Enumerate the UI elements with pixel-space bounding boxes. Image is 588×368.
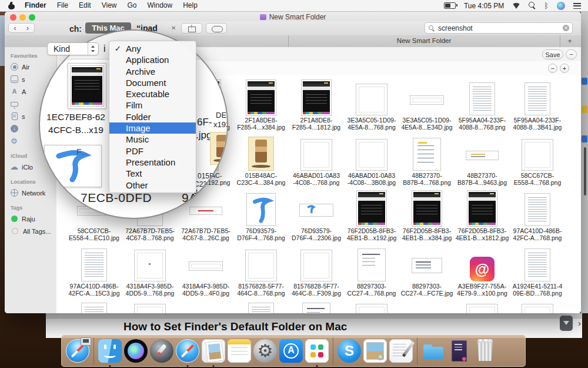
file-item[interactable]: 76F2D05B-8FB3-4EB1-B...x192.jpg: [344, 188, 399, 241]
file-item[interactable]: 46ABAD01-0A83-4C08-...768.png: [289, 133, 344, 186]
file-item[interactable]: 46ABAD01-0A83-4C08-...3B08.jpg: [344, 133, 399, 186]
remove-search-button[interactable]: −: [566, 49, 577, 59]
dock-item-notes[interactable]: [228, 339, 251, 363]
menu-item-text[interactable]: Text: [109, 168, 196, 179]
menu-app-name[interactable]: Finder: [19, 0, 52, 11]
dock-item-document-stack[interactable]: [447, 339, 471, 363]
menu-item-any[interactable]: ✓Any: [109, 43, 196, 54]
sidebar-item-Raju[interactable]: Raju: [5, 213, 56, 225]
share-button[interactable]: [181, 23, 202, 34]
file-item[interactable]: 81576828-5F77-464C-8...768.png: [233, 244, 289, 297]
file-item[interactable]: [178, 298, 233, 313]
file-item[interactable]: 48B27370-B87B-4...9463.jpg: [455, 133, 510, 186]
menu-item-other[interactable]: Other: [109, 180, 196, 191]
dock-item-documents-folder[interactable]: [422, 339, 445, 363]
menu-item-view[interactable]: View: [96, 0, 122, 11]
file-item[interactable]: [399, 298, 455, 313]
file-item[interactable]: 2F1A8DE8-F285-4...1812.jpg: [289, 78, 344, 131]
menu-item-archive[interactable]: Archive: [109, 66, 196, 77]
menu-item-executable[interactable]: Executable: [109, 88, 196, 100]
menu-item-presentation[interactable]: Presentation: [109, 157, 196, 168]
file-item[interactable]: 88297303-CC27-4...768.png: [344, 244, 399, 297]
forward-button[interactable]: ›: [21, 23, 35, 33]
apple-menu-icon[interactable]: [8, 2, 15, 9]
dock-item-siri[interactable]: [124, 339, 148, 363]
dock-item-skype[interactable]: [338, 339, 361, 363]
file-item[interactable]: 5F95AA04-233F-4088-8...3B41.jpg: [510, 78, 565, 131]
file-item[interactable]: 81576828-5F77-464C-8...F309.jpg: [289, 244, 344, 297]
file-item[interactable]: 76F2D05B-8FB3-4EB1-B...x384.jpg: [399, 188, 455, 241]
menu-item-application[interactable]: Application: [109, 54, 196, 65]
dock-item-textedit[interactable]: [389, 339, 413, 363]
file-item[interactable]: 015B48AC-C23C-4...384.png: [233, 133, 289, 186]
dock-item-finder[interactable]: [98, 339, 122, 363]
menu-item-window[interactable]: Window: [142, 0, 178, 11]
menu-item-image[interactable]: Image: [109, 122, 196, 134]
scrollbar[interactable]: [584, 147, 586, 195]
file-item[interactable]: 76D93579-D76F-4...2306.jpg: [289, 188, 344, 241]
desktop-file-icon[interactable]: [582, 106, 587, 113]
tab-new-smart-folder[interactable]: New Smart Folder: [288, 37, 560, 44]
file-item[interactable]: 4318A4F3-985D-4DD5-9...768.png: [122, 244, 178, 297]
menu-item-help[interactable]: Help: [178, 0, 203, 11]
battery-icon[interactable]: [444, 2, 456, 9]
bluetooth-icon[interactable]: ᛒ: [544, 2, 549, 9]
back-button[interactable]: ‹: [8, 23, 22, 33]
kind-filter-select[interactable]: Kind: [47, 42, 99, 55]
dock-item-system-preferences[interactable]: [253, 339, 277, 363]
spotlight-icon[interactable]: [529, 2, 536, 9]
file-item[interactable]: 3E3A5C05-1D09-4E5A-8...768.png: [344, 78, 399, 131]
menu-item-music[interactable]: Music: [109, 134, 196, 145]
siri-icon[interactable]: [557, 2, 565, 10]
desktop-file-icon[interactable]: [582, 78, 587, 85]
sidebar-item-Network[interactable]: Network: [5, 187, 56, 199]
menu-item-go[interactable]: Go: [122, 0, 142, 11]
new-tab-button[interactable]: +: [563, 37, 576, 46]
file-item[interactable]: [455, 298, 510, 313]
tag-button[interactable]: [206, 23, 227, 34]
file-item[interactable]: [289, 298, 344, 313]
file-item[interactable]: 76D93579-D76F-4...768.png: [233, 188, 289, 241]
file-item[interactable]: 5F95AA04-233F-4088-8...768.png: [455, 78, 510, 131]
file-item[interactable]: 97AC410D-486B-42FC-A...15C3.jpg: [66, 244, 122, 297]
file-item[interactable]: 76F2D05B-8FB3-4EB1-B...x1812.jpg: [455, 188, 510, 241]
dock-item-safari-screen[interactable]: [66, 339, 89, 363]
desktop-file-icon[interactable]: [582, 135, 587, 142]
dock-item-launchpad[interactable]: [150, 339, 173, 363]
file-item[interactable]: A1924E41-5211-409E-BD...768.png: [510, 244, 565, 297]
file-item[interactable]: [122, 298, 178, 313]
query-clear-icon[interactable]: ✕: [171, 25, 176, 31]
menu-item-document[interactable]: Document: [109, 77, 196, 88]
menu-item-film[interactable]: Film: [109, 100, 196, 111]
menu-item-edit[interactable]: Edit: [74, 0, 96, 11]
notification-center-icon[interactable]: [573, 3, 581, 9]
clock[interactable]: Tue 4:05 PM: [464, 2, 504, 10]
file-item[interactable]: [344, 298, 399, 313]
dock-item-safari[interactable]: [176, 339, 199, 363]
file-item[interactable]: 3E3A5C05-1D09-4E5A-8...E34D.jpg: [399, 78, 455, 131]
remove-criteria-button[interactable]: −: [548, 64, 557, 73]
search-input[interactable]: screenshot ✕: [425, 22, 573, 34]
dock-item-preview[interactable]: [363, 339, 387, 363]
dock-item-trash[interactable]: [473, 339, 497, 363]
file-item[interactable]: 97AC410D-486B-42FC-A...768.png: [510, 188, 565, 241]
dock-item-mail[interactable]: [202, 339, 225, 363]
chevron-right-icon[interactable]: ›: [578, 318, 581, 328]
save-button[interactable]: Save: [542, 49, 563, 59]
file-item[interactable]: A3EB9F27-755A-4E79-9...x100.png: [455, 244, 510, 297]
file-item[interactable]: 58CC67CB-E558-4...768.png: [510, 133, 565, 186]
dock-item-app-store[interactable]: [279, 339, 303, 363]
dock-item-slack[interactable]: [305, 339, 329, 363]
menu-item-pdf[interactable]: PDF: [109, 145, 196, 157]
file-item[interactable]: [233, 298, 289, 313]
file-item[interactable]: [510, 298, 565, 313]
add-criteria-button[interactable]: +: [560, 64, 569, 73]
sidebar-item-All Tags...[interactable]: All Tags...: [5, 225, 56, 237]
file-item[interactable]: [66, 298, 122, 313]
file-item[interactable]: 48B27370-B87B-4...768.png: [399, 133, 455, 186]
wifi-icon[interactable]: [512, 3, 520, 9]
menu-item-file[interactable]: File: [52, 0, 74, 11]
sidebar-item-Air[interactable]: Air: [5, 61, 56, 73]
menu-item-folder[interactable]: Folder: [109, 111, 196, 122]
file-item[interactable]: 88297303-CC27-4...FC7E.jpg: [399, 244, 455, 297]
